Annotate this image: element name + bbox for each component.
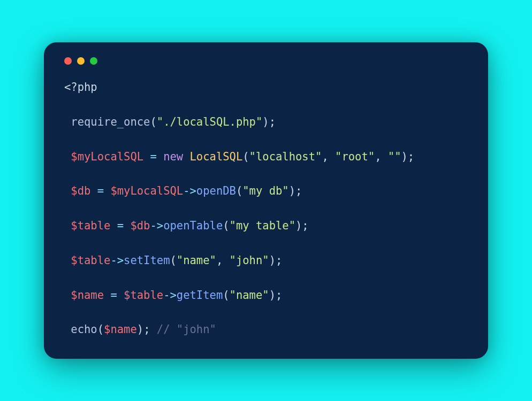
variable: $table bbox=[71, 219, 110, 232]
variable: $name bbox=[71, 289, 104, 302]
maximize-icon[interactable] bbox=[90, 57, 97, 65]
keyword-echo: echo bbox=[71, 323, 97, 336]
code-block: <?php require_once("./localSQL.php"); $m… bbox=[64, 79, 468, 338]
variable: $table bbox=[71, 254, 110, 267]
variable: $myLocalSQL bbox=[71, 150, 143, 163]
minimize-icon[interactable] bbox=[77, 57, 85, 65]
window-controls bbox=[64, 57, 468, 65]
variable: $db bbox=[71, 184, 90, 197]
method-call: getItem bbox=[177, 289, 223, 302]
method-call: openDB bbox=[196, 184, 236, 197]
code-window: <?php require_once("./localSQL.php"); $m… bbox=[44, 42, 488, 359]
method-call: setItem bbox=[124, 254, 170, 267]
close-icon[interactable] bbox=[64, 57, 72, 65]
keyword-require: require_once bbox=[71, 115, 150, 128]
method-call: openTable bbox=[163, 219, 223, 232]
class-name: LocalSQL bbox=[190, 150, 243, 163]
string-literal: "./localSQL.php" bbox=[157, 115, 262, 128]
php-open-tag: <?php bbox=[64, 81, 97, 94]
keyword-new: new bbox=[163, 150, 183, 163]
comment: // "john" bbox=[157, 323, 216, 336]
